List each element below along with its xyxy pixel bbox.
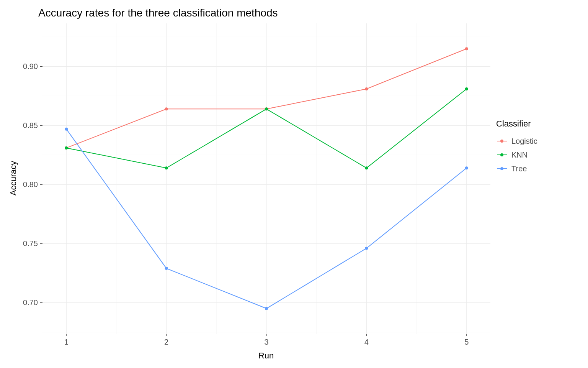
y-axis-title: Accuracy	[8, 23, 19, 334]
y-tick-label: 0.80	[23, 180, 38, 189]
svg-point-33	[500, 153, 503, 156]
series-point-Tree	[65, 128, 68, 131]
x-tick-label: 5	[464, 338, 469, 346]
x-tick-label: 3	[264, 338, 268, 346]
y-tick-label: 0.70	[23, 298, 38, 307]
legend-swatch	[496, 149, 508, 161]
y-tick-label: 0.85	[23, 121, 38, 130]
legend-swatch	[496, 135, 508, 147]
plot-svg: 0.700.750.800.850.90 12345	[42, 23, 490, 334]
x-axis-title: Run	[42, 351, 490, 361]
y-tick-label: 0.90	[23, 62, 38, 71]
chart-title: Accuracy rates for the three classificat…	[38, 7, 278, 19]
chart-container: Accuracy rates for the three classificat…	[0, 0, 588, 368]
series-point-Logistic	[165, 107, 168, 110]
series-point-Tree	[265, 307, 268, 310]
legend-swatch	[496, 163, 508, 174]
x-axis: 12345	[64, 334, 469, 346]
series-point-Tree	[465, 166, 468, 169]
series-point-Tree	[365, 247, 368, 250]
legend-item-Logistic: Logistic	[496, 134, 565, 148]
series-point-Tree	[165, 267, 168, 270]
legend-title: Classifier	[496, 119, 565, 129]
series-point-KNN	[65, 146, 68, 150]
series-point-KNN	[365, 166, 368, 169]
legend-label: Logistic	[511, 137, 537, 146]
legend-item-KNN: KNN	[496, 148, 565, 162]
series-point-KNN	[265, 107, 268, 110]
x-tick-label: 2	[164, 338, 168, 346]
legend-label: KNN	[511, 151, 528, 159]
y-tick-label: 0.75	[23, 239, 38, 248]
series-point-KNN	[465, 87, 468, 90]
legend-item-Tree: Tree	[496, 162, 565, 176]
series-point-Logistic	[365, 87, 368, 90]
series-point-Logistic	[465, 47, 468, 50]
svg-point-35	[500, 167, 503, 170]
legend: Classifier LogisticKNNTree	[496, 119, 565, 176]
legend-label: Tree	[511, 164, 527, 173]
legend-items: LogisticKNNTree	[496, 134, 565, 176]
series-point-KNN	[165, 166, 168, 169]
plot-area: 0.700.750.800.850.90 12345	[42, 23, 491, 334]
x-tick-label: 4	[364, 338, 369, 346]
x-tick-label: 1	[64, 338, 69, 346]
y-axis: 0.700.750.800.850.90	[23, 62, 42, 307]
svg-point-31	[500, 140, 503, 143]
